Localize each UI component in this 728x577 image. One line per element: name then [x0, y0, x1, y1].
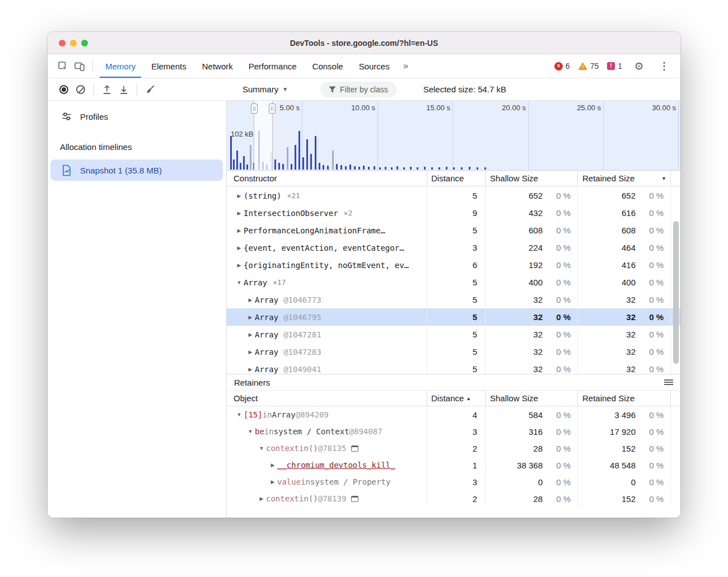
snapshot-item[interactable]: Snapshot 1 (35.8 MB)	[50, 160, 223, 181]
timeline-bar	[417, 167, 418, 170]
shallow-size-cell-value: 224	[486, 243, 543, 252]
object-cell: ▼context in () @78135	[227, 440, 427, 457]
kebab-menu-icon[interactable]: ⋮	[656, 58, 673, 74]
expand-arrow-icon[interactable]: ▶	[246, 349, 255, 355]
inspect-icon[interactable]	[54, 58, 71, 74]
object-text: in	[301, 477, 310, 486]
summary-dropdown[interactable]: Summary ▼	[242, 85, 288, 94]
selection-handle-right[interactable]	[269, 104, 276, 114]
issue-count-badge[interactable]: ! 1	[607, 62, 622, 71]
error-count-badge[interactable]: × 6	[554, 62, 570, 71]
table-row[interactable]: ▶{originatingEntity, noGtmEvent, ev…6192…	[227, 256, 680, 274]
warning-count-badge[interactable]: ! 75	[578, 62, 599, 71]
table-row[interactable]: ▼context in () @781352280 %1520 %	[227, 440, 680, 457]
expand-arrow-icon[interactable]: ▶	[235, 193, 244, 199]
table-row[interactable]: ▶Array@10472835320 %320 %	[227, 343, 680, 360]
tab-console[interactable]: Console	[305, 54, 351, 78]
timeline-selection-window[interactable]	[254, 101, 273, 170]
load-profile-button[interactable]	[99, 81, 115, 98]
save-profile-button[interactable]	[115, 81, 132, 98]
retained-size-cell: 4160 %	[577, 256, 670, 274]
timeline-gridline	[603, 101, 604, 170]
record-heap-button[interactable]	[55, 81, 72, 98]
shallow-size-cell-percent: 0 %	[543, 477, 577, 487]
object-cell: ▶context in () @78139	[227, 490, 427, 507]
constructor-cell: ▶(string)×21	[227, 187, 427, 204]
expand-arrow-icon[interactable]: ▶	[268, 479, 277, 485]
minimize-button[interactable]	[70, 40, 77, 46]
more-tabs-button[interactable]: »	[398, 54, 414, 78]
column-header-shallow-size[interactable]: Shallow Size	[485, 171, 577, 186]
table-row[interactable]: ▶__chromium_devtools_kill_138 3680 %48 5…	[227, 457, 680, 473]
column-header-object[interactable]: Object	[227, 391, 427, 406]
object-text: [15]	[244, 410, 263, 419]
selection-handle-left[interactable]	[251, 104, 258, 114]
divider	[92, 60, 93, 72]
expand-arrow-icon[interactable]: ▼	[246, 429, 255, 434]
expand-arrow-icon[interactable]: ▶	[257, 496, 266, 501]
zoom-button[interactable]	[81, 40, 88, 46]
expand-arrow-icon[interactable]: ▶	[246, 297, 255, 303]
clear-all-profiles-icon[interactable]	[142, 81, 158, 98]
shallow-size-cell-value: 32	[486, 330, 543, 339]
column-header-distance[interactable]: Distance ▲	[427, 391, 485, 406]
filter-by-class-input[interactable]: Filter by class	[320, 82, 396, 97]
table-row[interactable]: ▶Array@10490415320 %320 %	[227, 360, 680, 374]
expand-arrow-icon[interactable]: ▶	[268, 462, 277, 468]
scrollbar-thumb[interactable]	[673, 221, 679, 364]
table-row[interactable]: ▶Array@10467735320 %320 %	[227, 291, 680, 308]
timeline-chart[interactable]: 102 kB 5.00 s10.00 s15.00 s20.00 s25.00 …	[227, 101, 680, 171]
close-button[interactable]	[59, 40, 66, 46]
expand-arrow-icon[interactable]: ▼	[235, 280, 244, 285]
expand-arrow-icon[interactable]: ▼	[257, 445, 266, 451]
tab-memory[interactable]: Memory	[97, 54, 143, 78]
expand-arrow-icon[interactable]: ▶	[246, 315, 255, 320]
tab-elements[interactable]: Elements	[143, 54, 194, 78]
table-row[interactable]: ▶value in system / Property300 %00 %	[227, 473, 680, 490]
retained-size-cell: 1520 %	[577, 490, 670, 507]
table-row[interactable]: ▼be in system / Context @89408733160 %17…	[227, 423, 680, 440]
tab-sources[interactable]: Sources	[351, 54, 398, 78]
timeline-bar	[236, 151, 238, 170]
retained-size-cell-value: 32	[578, 364, 636, 374]
table-row[interactable]: ▶IntersectionObserver×294320 %6160 %	[227, 204, 680, 222]
retained-size-cell: 320 %	[577, 343, 670, 360]
retained-size-cell-percent: 0 %	[636, 364, 670, 374]
tabbar: Memory Elements Network Performance Cons…	[48, 54, 680, 78]
retained-size-cell-value: 400	[578, 278, 636, 287]
expand-arrow-icon[interactable]: ▶	[235, 262, 244, 268]
column-header-shallow-size[interactable]: Shallow Size	[485, 391, 577, 406]
settings-gear-icon[interactable]: ⚙	[631, 58, 647, 74]
clear-button[interactable]	[72, 81, 89, 98]
retained-size-cell-percent: 0 %	[636, 494, 670, 504]
device-toolbar-icon[interactable]	[71, 58, 88, 74]
tab-performance[interactable]: Performance	[241, 54, 305, 78]
expand-arrow-icon[interactable]: ▶	[246, 367, 255, 372]
table-row[interactable]: ▼Array×1754000 %4000 %	[227, 274, 680, 291]
expand-arrow-icon[interactable]: ▶	[235, 210, 244, 216]
column-header-retained-size[interactable]: Retained Size ▼	[577, 171, 670, 186]
timeline-tick-label: 30.00 s	[634, 104, 676, 112]
hamburger-menu-icon[interactable]	[664, 379, 673, 385]
expand-arrow-icon[interactable]: ▶	[235, 228, 244, 233]
table-row[interactable]: ▼[15] in Array @89420945840 %3 4960 %	[227, 406, 680, 423]
reveal-icon[interactable]	[351, 445, 358, 452]
distance-cell: 5	[427, 343, 485, 360]
object-text: ()	[309, 494, 318, 503]
table-row[interactable]: ▶context in () @781392280 %1520 %	[227, 490, 680, 507]
column-header-retained-size[interactable]: Retained Size	[577, 391, 670, 406]
expand-arrow-icon[interactable]: ▶	[246, 332, 255, 337]
table-row[interactable]: ▶Array@10472815320 %320 %	[227, 326, 680, 343]
expand-arrow-icon[interactable]: ▼	[235, 412, 244, 417]
table-row[interactable]: ▶PerformanceLongAnimationFrame…56080 %60…	[227, 222, 680, 239]
tab-network[interactable]: Network	[194, 54, 241, 78]
table-row[interactable]: ▶{event, eventAction, eventCategor…32240…	[227, 239, 680, 256]
table-row[interactable]: ▶Array@10467955320 %320 %	[227, 308, 680, 326]
scrollbar[interactable]	[673, 189, 679, 370]
object-text: in	[299, 444, 309, 453]
reveal-icon[interactable]	[351, 496, 358, 502]
expand-arrow-icon[interactable]: ▶	[235, 245, 244, 251]
column-header-distance[interactable]: Distance	[427, 171, 485, 186]
column-header-constructor[interactable]: Constructor	[227, 171, 427, 186]
table-row[interactable]: ▶(string)×2156520 %6520 %	[227, 187, 680, 204]
